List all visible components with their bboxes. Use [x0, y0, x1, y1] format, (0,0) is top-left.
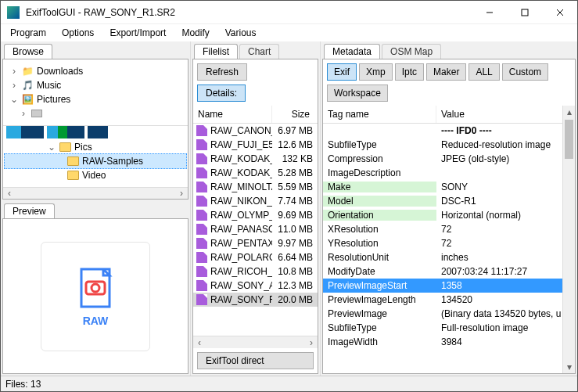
- metadata-value: 72: [436, 224, 575, 235]
- file-name: RAW_POLARO_: [210, 252, 272, 263]
- tab-browse[interactable]: Browse: [4, 44, 52, 59]
- file-row[interactable]: RAW_OLYMP_9.69 MB: [193, 208, 318, 222]
- tree-music[interactable]: Music: [37, 78, 61, 92]
- maximize-button[interactable]: [507, 1, 542, 23]
- thumbnail-strip[interactable]: [3, 125, 188, 138]
- metadata-value: (Binary data 134520 bytes, u: [436, 308, 575, 319]
- menu-program[interactable]: Program: [7, 26, 49, 40]
- maker-button[interactable]: Maker: [426, 63, 466, 81]
- file-icon: [196, 153, 207, 164]
- file-list[interactable]: Name Size RAW_CANON_6.97 MBRAW_FUJI_E551…: [193, 106, 318, 336]
- workspace-button[interactable]: Workspace: [327, 85, 388, 102]
- col-header-size[interactable]: Size: [272, 106, 318, 123]
- preview-image: RAW: [41, 242, 150, 351]
- tree-scroll-h[interactable]: ‹›: [3, 187, 188, 199]
- metadata-value: ---- IFD0 ----: [436, 125, 575, 136]
- metadata-tag: ResolutionUnit: [323, 252, 436, 263]
- file-row[interactable]: RAW_KODAK_5.28 MB: [193, 166, 318, 180]
- thumbnail[interactable]: [47, 125, 84, 138]
- all-button[interactable]: ALL: [469, 63, 499, 81]
- tab-osm-map[interactable]: OSM Map: [382, 44, 441, 59]
- menu-export-import[interactable]: Export/Import: [106, 26, 169, 40]
- metadata-row[interactable]: XResolution72: [323, 222, 575, 236]
- metadata-scroll-v[interactable]: ▴ ▾: [562, 106, 575, 373]
- metadata-table[interactable]: Tag name Value ---- IFD0 ----SubfileType…: [323, 106, 575, 373]
- thumbnail[interactable]: [88, 125, 108, 138]
- file-name: RAW_FUJI_E55: [210, 139, 272, 150]
- iptc-button[interactable]: Iptc: [395, 63, 424, 81]
- preview-raw-label: RAW: [83, 315, 109, 327]
- custom-button[interactable]: Custom: [502, 63, 548, 81]
- metadata-row[interactable]: YResolution72: [323, 236, 575, 250]
- metadata-tag: Orientation: [323, 210, 436, 221]
- metadata-row[interactable]: SubfileTypeFull-resolution image: [323, 321, 575, 335]
- file-row[interactable]: RAW_NIKON_D7.74 MB: [193, 194, 318, 208]
- tab-chart[interactable]: Chart: [239, 44, 279, 59]
- metadata-tag: PreviewImageStart: [323, 280, 436, 291]
- file-row[interactable]: RAW_SONY_R120.0 MB: [193, 293, 318, 307]
- metadata-tag: ModifyDate: [323, 266, 436, 277]
- file-row[interactable]: RAW_FUJI_E5512.6 MB: [193, 138, 318, 152]
- file-size: 6.64 MB: [272, 252, 318, 263]
- file-row[interactable]: RAW_POLARO_6.64 MB: [193, 250, 318, 264]
- refresh-button[interactable]: Refresh: [197, 63, 247, 81]
- col-header-tagname[interactable]: Tag name: [323, 106, 436, 123]
- col-header-value[interactable]: Value: [436, 106, 575, 123]
- xmp-button[interactable]: Xmp: [359, 63, 393, 81]
- tree-downloads[interactable]: Downloads: [37, 64, 83, 78]
- metadata-row[interactable]: SubfileTypeReduced-resolution image: [323, 138, 575, 152]
- metadata-row[interactable]: ModelDSC-R1: [323, 194, 575, 208]
- metadata-row[interactable]: ---- IFD0 ----: [323, 124, 575, 138]
- metadata-row[interactable]: MakeSONY: [323, 180, 575, 194]
- close-button[interactable]: [542, 1, 577, 23]
- metadata-row[interactable]: ModifyDate2007:03:24 11:17:27: [323, 264, 575, 279]
- metadata-value: SONY: [436, 182, 575, 192]
- metadata-value: 3984: [436, 336, 575, 347]
- file-size: 12.6 MB: [272, 139, 318, 150]
- tab-filelist[interactable]: Filelist: [194, 44, 238, 59]
- tab-preview[interactable]: Preview: [4, 203, 55, 218]
- tree-pictures[interactable]: Pictures: [37, 92, 70, 106]
- metadata-row[interactable]: ImageDescription: [323, 166, 575, 180]
- titlebar: ExifToolGUI - RAW_SONY_R1.SR2: [1, 1, 577, 24]
- file-row[interactable]: RAW_KODAK_132 KB: [193, 152, 318, 166]
- thumbnail[interactable]: [6, 125, 44, 138]
- file-row[interactable]: RAW_SONY_A_12.3 MB: [193, 279, 318, 293]
- file-row[interactable]: RAW_CANON_6.97 MB: [193, 124, 318, 138]
- tree-raw-samples[interactable]: RAW-Samples: [82, 154, 143, 168]
- metadata-value: JPEG (old-style): [436, 153, 575, 164]
- file-name: RAW_RICOH_G: [210, 266, 272, 277]
- metadata-row[interactable]: PreviewImageLength134520: [323, 293, 575, 307]
- metadata-row[interactable]: PreviewImage(Binary data 134520 bytes, u: [323, 307, 575, 321]
- file-icon: [196, 196, 207, 207]
- metadata-row[interactable]: OrientationHorizontal (normal): [323, 208, 575, 222]
- metadata-tag: ImageDescription: [323, 167, 436, 178]
- tree-video[interactable]: Video: [82, 168, 106, 182]
- metadata-row[interactable]: ResolutionUnitinches: [323, 250, 575, 264]
- exif-button[interactable]: Exif: [327, 63, 357, 81]
- menu-options[interactable]: Options: [59, 26, 97, 40]
- details-button[interactable]: Details:: [197, 85, 246, 102]
- col-header-name[interactable]: Name: [193, 106, 272, 123]
- metadata-tag: SubfileType: [323, 322, 436, 333]
- file-size: 10.8 MB: [272, 266, 318, 277]
- svg-rect-1: [522, 9, 528, 16]
- folder-tree[interactable]: ›📁Downloads ›🎵Music ⌄🖼️Pictures ›: [3, 59, 188, 125]
- metadata-row[interactable]: ImageWidth3984: [323, 335, 575, 349]
- file-row[interactable]: RAW_RICOH_G10.8 MB: [193, 264, 318, 279]
- metadata-row[interactable]: CompressionJPEG (old-style): [323, 152, 575, 166]
- filelist-scroll-h[interactable]: ‹›: [193, 336, 318, 348]
- menu-various[interactable]: Various: [222, 26, 260, 40]
- file-row[interactable]: RAW_PANASO_11.0 MB: [193, 222, 318, 236]
- tab-metadata[interactable]: Metadata: [324, 44, 380, 59]
- file-icon: [196, 182, 207, 192]
- menu-modify[interactable]: Modify: [178, 26, 212, 40]
- exiftool-direct-button[interactable]: ExifTool direct: [197, 352, 314, 369]
- minimize-button[interactable]: [472, 1, 507, 23]
- metadata-row[interactable]: PreviewImageStart1358: [323, 279, 575, 293]
- file-name: RAW_SONY_A_: [210, 280, 272, 291]
- metadata-value: 2007:03:24 11:17:27: [436, 266, 575, 277]
- file-row[interactable]: RAW_PENTAX_9.97 MB: [193, 236, 318, 250]
- file-row[interactable]: RAW_MINOLTA5.59 MB: [193, 180, 318, 194]
- tree-pics[interactable]: Pics: [74, 140, 92, 154]
